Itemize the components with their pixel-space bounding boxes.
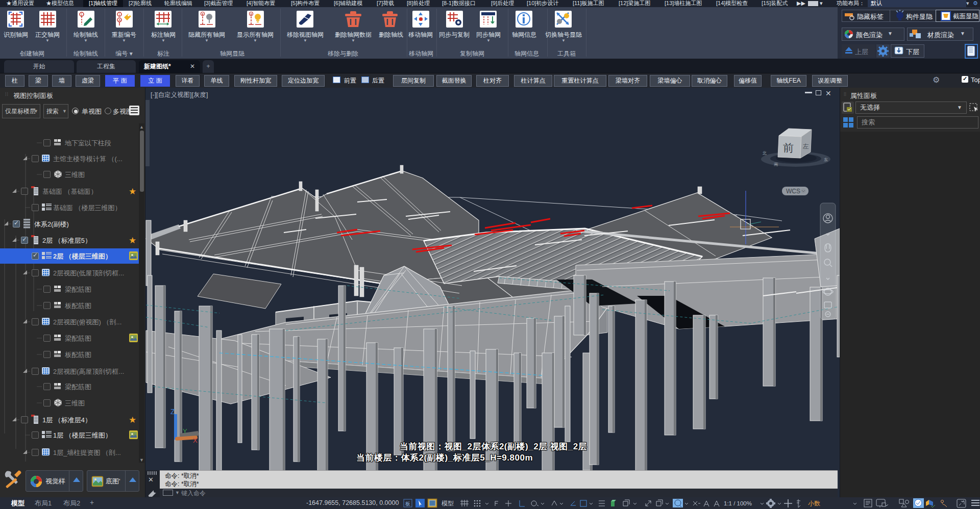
svg-text:1: 1 (81, 13, 83, 16)
svg-text:1: 1 (118, 13, 120, 16)
svg-text:北: 北 (762, 151, 767, 156)
svg-text:板: 板 (405, 501, 410, 506)
svg-text:模型: 模型 (442, 500, 454, 507)
svg-text:X: X (193, 437, 198, 444)
svg-text:WCS: WCS (786, 188, 800, 195)
svg-text:前: 前 (783, 142, 794, 154)
svg-text:Y: Y (183, 427, 187, 435)
svg-text:A: A (118, 18, 121, 22)
svg-text:1:1 / 100%: 1:1 / 100% (724, 500, 752, 506)
svg-text:左: 左 (802, 143, 809, 150)
svg-text:小数: 小数 (808, 500, 820, 507)
svg-text:Z: Z (170, 408, 175, 416)
svg-text:东: 东 (824, 158, 828, 162)
svg-text:南: 南 (774, 162, 778, 167)
